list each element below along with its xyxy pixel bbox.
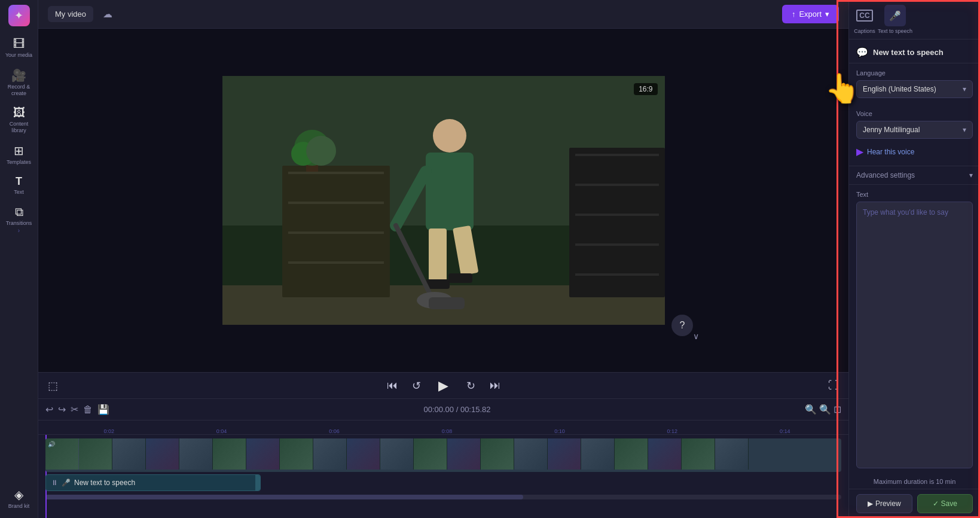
- topbar: My video ☁ ↑ Export ▾: [38, 0, 848, 29]
- content-library-icon: 🖼: [13, 106, 25, 120]
- ruler-mark: 0:04: [165, 428, 277, 434]
- preview-button[interactable]: ▶ Preview: [856, 494, 912, 513]
- tts-tab-label: Text to speech: [878, 28, 912, 34]
- thumb-cell: [414, 438, 447, 470]
- fullscreen-button[interactable]: ⛶: [826, 377, 841, 394]
- language-label: Language: [856, 69, 973, 77]
- save-button[interactable]: ✓ Save: [917, 494, 973, 513]
- export-icon: ↑: [792, 10, 796, 19]
- thumb-cell: [615, 438, 648, 470]
- svg-rect-24: [448, 273, 472, 283]
- record-icon: 🎥: [11, 68, 26, 83]
- sidebar-item-text[interactable]: T Text: [2, 172, 36, 199]
- volume-icon: 🔊: [48, 441, 55, 447]
- text-icon: T: [16, 175, 22, 188]
- thumb-cell: [648, 438, 682, 470]
- sidebar-item-transitions[interactable]: ⧉ Transitions ›: [2, 202, 36, 238]
- save-timeline-button[interactable]: 💾: [97, 404, 109, 415]
- play-voice-icon: ▶: [856, 146, 863, 157]
- templates-icon: ⊞: [14, 144, 24, 158]
- tts-panel-icon: 💬: [856, 47, 868, 58]
- fit-zoom-button[interactable]: ⊡: [834, 404, 841, 415]
- tts-resize-handle[interactable]: [255, 475, 260, 490]
- tts-track[interactable]: ⏸ 🎤 New text to speech: [45, 474, 261, 491]
- video-frame: 16:9: [222, 76, 665, 325]
- svg-rect-14: [575, 184, 659, 186]
- tab-tts[interactable]: 🎤: [884, 5, 906, 26]
- sidebar-item-record[interactable]: 🎥 Record & create: [2, 65, 36, 100]
- help-button[interactable]: ?: [671, 315, 693, 336]
- svg-rect-7: [288, 261, 384, 264]
- transitions-icon: ⧉: [15, 205, 23, 219]
- cloud-save-icon: ☁: [103, 8, 112, 20]
- ruler-marks: 0:02 0:04 0:06 0:08 0:10 0:12 0:14: [53, 428, 841, 434]
- zoom-out-button[interactable]: 🔍: [805, 404, 817, 415]
- timeline-ruler: 0:02 0:04 0:06 0:08 0:10 0:12 0:14: [38, 421, 848, 435]
- timeline-scrollbar[interactable]: [45, 495, 841, 499]
- thumb-cell: [347, 438, 380, 470]
- sidebar-item-label: Your media: [5, 52, 32, 59]
- sidebar-item-your-media[interactable]: 🎞 Your media: [2, 33, 36, 62]
- panel-footer: ▶ Preview ✓ Save: [849, 489, 980, 518]
- hear-voice-label: Hear this voice: [867, 148, 914, 156]
- thumb-cell: [380, 438, 414, 470]
- video-track[interactable]: 🔊: [45, 438, 841, 472]
- rewind-button[interactable]: ↺: [410, 377, 423, 395]
- thumb-cell: [682, 438, 715, 470]
- sidebar-item-label: Templates: [7, 159, 31, 166]
- sidebar-item-content-library[interactable]: 🖼 Content library: [2, 102, 36, 138]
- advanced-settings-row[interactable]: Advanced settings ▾: [849, 166, 980, 185]
- tts-panel-title: New text to speech: [873, 48, 944, 57]
- language-dropdown[interactable]: English (United States) ▾: [856, 80, 973, 98]
- voice-section: Voice Jenny Multilingual ▾ ▶ Hear this v…: [849, 104, 980, 166]
- main-area: My video ☁ ↑ Export ▾: [38, 0, 848, 518]
- app-logo[interactable]: ✦: [8, 5, 30, 26]
- ruler-mark: 0:14: [729, 428, 841, 434]
- thumb-cell: [581, 438, 615, 470]
- tts-panel: 💬 New text to speech Language English (U…: [849, 39, 980, 518]
- hear-voice-button[interactable]: ▶ Hear this voice: [856, 144, 914, 160]
- collapse-preview-button[interactable]: ∨: [693, 331, 699, 341]
- undo-button[interactable]: ↩: [45, 404, 53, 415]
- skip-back-button[interactable]: ⏮: [384, 377, 400, 394]
- cut-button[interactable]: ✂: [71, 404, 78, 415]
- redo-button[interactable]: ↪: [58, 404, 66, 415]
- thumb-cell: [146, 438, 179, 470]
- preview-label: Preview: [875, 499, 901, 508]
- video-title-input[interactable]: My video: [48, 6, 93, 22]
- export-button[interactable]: ↑ Export ▾: [782, 5, 839, 23]
- thumb-cell: [548, 438, 581, 470]
- save-label: Save: [941, 499, 957, 508]
- fast-forward-button[interactable]: ↻: [464, 377, 478, 395]
- export-chevron-icon: ▾: [825, 10, 829, 19]
- tab-captions[interactable]: CC: [854, 5, 875, 26]
- timeline-toolbar: ↩ ↪ ✂ 🗑 💾 00:00.00 / 00:15.82 🔍 🔍 ⊡: [38, 399, 848, 421]
- skip-forward-button[interactable]: ⏭: [487, 377, 503, 394]
- svg-rect-15: [575, 214, 659, 216]
- monitor-button[interactable]: ⬚: [45, 377, 60, 395]
- advanced-chevron-icon: ▾: [969, 171, 973, 179]
- ruler-mark: 0:12: [616, 428, 728, 434]
- tts-track-label: New text to speech: [74, 479, 135, 487]
- zoom-controls: 🔍 🔍 ⊡: [805, 404, 841, 415]
- play-button[interactable]: ▶: [433, 375, 454, 397]
- ruler-mark: 0:06: [278, 428, 390, 434]
- timeline-area: ↩ ↪ ✂ 🗑 💾 00:00.00 / 00:15.82 🔍 🔍 ⊡ 0:02…: [38, 398, 848, 518]
- tts-text-input[interactable]: [856, 202, 973, 468]
- zoom-in-button[interactable]: 🔍: [819, 404, 831, 415]
- duration-note: Maximum duration is 10 min: [849, 474, 980, 489]
- scrollbar-thumb[interactable]: [45, 495, 523, 499]
- voice-chevron-icon: ▾: [963, 126, 966, 134]
- thumb-cell: [213, 438, 246, 470]
- sidebar-item-label: Text: [14, 189, 24, 196]
- delete-button[interactable]: 🗑: [83, 404, 93, 415]
- sidebar-item-label: Content library: [4, 121, 34, 134]
- language-section: Language English (United States) ▾: [849, 63, 980, 104]
- voice-label: Voice: [856, 110, 973, 117]
- tts-panel-header: 💬 New text to speech: [849, 39, 980, 63]
- timeline-time-display: 00:00.00 / 00:15.82: [114, 405, 800, 414]
- aspect-ratio-badge: 16:9: [634, 83, 657, 95]
- voice-dropdown[interactable]: Jenny Multilingual ▾: [856, 121, 973, 139]
- sidebar-item-brand[interactable]: ◈ Brand kit: [2, 484, 36, 513]
- sidebar-item-templates[interactable]: ⊞ Templates: [2, 140, 36, 169]
